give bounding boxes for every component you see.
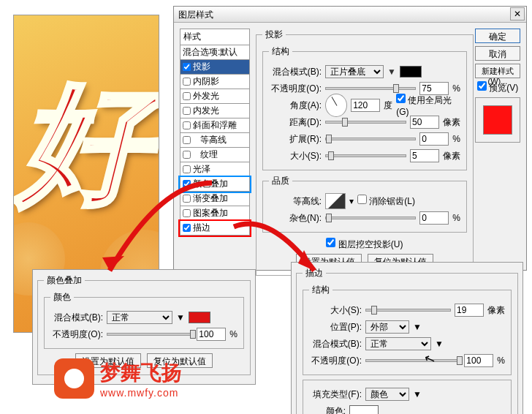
style-checkbox[interactable] xyxy=(183,136,191,144)
spread-slider[interactable] xyxy=(325,138,416,140)
angle-input[interactable] xyxy=(351,99,380,112)
size-slider[interactable] xyxy=(325,154,406,157)
style-label: 等高线 xyxy=(193,134,227,146)
overlay-color-swatch[interactable] xyxy=(189,312,210,323)
stroke-panel: 描边 结构 大小(S): 像素 位置(P): 外部▼ 混合模式(B): 正常▼ … xyxy=(291,262,523,414)
preview-checkbox[interactable]: 预览(V) xyxy=(475,81,520,94)
style-item-2[interactable]: 内阴影 xyxy=(180,75,250,89)
style-checkbox[interactable] xyxy=(183,63,191,71)
style-checkbox[interactable] xyxy=(183,107,191,115)
opacity-slider[interactable] xyxy=(325,87,416,90)
stroke-struct: 结构 xyxy=(309,284,332,296)
style-item-1[interactable]: 投影 xyxy=(180,60,250,75)
stroke-size-slider[interactable] xyxy=(365,309,451,312)
style-checkbox[interactable] xyxy=(183,180,191,188)
style-checkbox[interactable] xyxy=(183,92,191,100)
spread-label: 扩展(R): xyxy=(269,133,322,146)
style-label: 颜色叠加 xyxy=(193,178,228,190)
angle-dial[interactable] xyxy=(325,94,347,117)
style-item-9[interactable]: 颜色叠加 xyxy=(180,177,250,192)
style-label: 外发光 xyxy=(193,90,219,102)
group-title: 投影 xyxy=(262,29,286,41)
distance-label: 距离(D): xyxy=(269,116,322,129)
sample-character: 好 xyxy=(18,56,142,233)
noise-label: 杂色(N): xyxy=(269,212,322,225)
style-item-5[interactable]: 斜面和浮雕 xyxy=(180,118,250,133)
style-item-7[interactable]: 纹理 xyxy=(180,148,250,162)
style-checkbox[interactable] xyxy=(183,195,191,203)
stroke-fill-label: 填充类型(F): xyxy=(309,388,362,401)
shadow-color-swatch[interactable] xyxy=(400,66,422,78)
logo-flower-icon xyxy=(54,358,94,399)
shadow-settings: 投影 结构 混合模式(B): 正片叠底 ▼ 不透明度(O): % 角度(A): xyxy=(256,29,474,264)
overlay-blend-select[interactable]: 正常 xyxy=(107,311,172,324)
opacity-label: 不透明度(O): xyxy=(269,83,322,95)
style-label: 斜面和浮雕 xyxy=(193,119,237,132)
style-checkbox[interactable] xyxy=(183,209,191,217)
style-item-12[interactable]: 描边 xyxy=(180,221,250,236)
distance-input[interactable] xyxy=(410,116,439,129)
stroke-title: 描边 xyxy=(303,267,326,279)
style-item-6[interactable]: 等高线 xyxy=(180,133,250,148)
stroke-color-label: 颜色: xyxy=(309,405,346,415)
stroke-opacity-slider[interactable] xyxy=(365,359,460,362)
angle-label: 角度(A): xyxy=(269,99,322,112)
stroke-blend-label: 混合模式(B): xyxy=(309,338,362,350)
style-checkbox[interactable] xyxy=(183,151,191,159)
style-item-3[interactable]: 外发光 xyxy=(180,89,250,104)
noise-slider[interactable] xyxy=(325,217,416,219)
new-style-button[interactable]: 新建样式(W)... xyxy=(475,64,520,78)
stroke-size-input[interactable] xyxy=(455,304,484,317)
blend-mode-select[interactable]: 正片叠底 xyxy=(325,65,384,78)
styles-list: 样式 混合选项:默认投影内阴影外发光内发光斜面和浮雕等高线纹理光泽颜色叠加渐变叠… xyxy=(180,29,250,264)
stroke-color-swatch[interactable] xyxy=(349,405,379,414)
cancel-button[interactable]: 取消 xyxy=(475,46,520,61)
stroke-size-label: 大小(S): xyxy=(309,304,362,317)
stroke-opacity-input[interactable] xyxy=(464,354,493,367)
style-label: 光泽 xyxy=(193,163,210,176)
style-label: 图案叠加 xyxy=(193,207,228,219)
distance-slider[interactable] xyxy=(325,121,406,124)
close-icon[interactable]: ✕ xyxy=(510,7,525,20)
contour-label: 等高线: xyxy=(269,195,322,208)
knockout-checkbox[interactable]: 图层挖空投影(U) xyxy=(326,238,403,251)
overlay-blend-label: 混合模式(B): xyxy=(50,312,103,324)
overlay-opacity-label: 不透明度(O): xyxy=(50,328,103,341)
overlay-title: 颜色叠加 xyxy=(44,274,85,287)
style-item-4[interactable]: 内发光 xyxy=(180,104,250,118)
overlay-opacity-slider[interactable] xyxy=(107,333,193,336)
global-light-checkbox[interactable]: 使用全局光(G) xyxy=(396,94,460,117)
ok-button[interactable]: 确定 xyxy=(475,29,520,43)
antialias-checkbox[interactable]: 消除锯齿(L) xyxy=(357,195,415,208)
style-label: 描边 xyxy=(193,222,210,234)
stroke-fill-select[interactable]: 颜色 xyxy=(365,388,409,401)
style-label: 混合选项:默认 xyxy=(183,46,238,59)
stroke-opacity-label: 不透明度(O): xyxy=(309,355,362,367)
style-item-11[interactable]: 图案叠加 xyxy=(180,206,250,221)
stroke-blend-select[interactable]: 正常 xyxy=(365,337,431,350)
overlay-opacity-input[interactable] xyxy=(197,328,226,341)
style-checkbox[interactable] xyxy=(183,165,191,173)
layer-style-dialog: 图层样式 ✕ 样式 混合选项:默认投影内阴影外发光内发光斜面和浮雕等高线纹理光泽… xyxy=(173,6,527,271)
style-item-10[interactable]: 渐变叠加 xyxy=(180,192,250,206)
style-label: 投影 xyxy=(193,61,210,73)
dialog-title: 图层样式 xyxy=(178,10,213,20)
style-item-8[interactable]: 光泽 xyxy=(180,162,250,177)
style-checkbox[interactable] xyxy=(183,121,191,129)
stroke-pos-select[interactable]: 外部 xyxy=(365,320,409,334)
contour-picker[interactable] xyxy=(325,193,346,209)
style-label: 内发光 xyxy=(193,105,219,117)
style-label: 内阴影 xyxy=(193,75,219,88)
quality-label: 品质 xyxy=(269,175,292,187)
styles-header: 样式 xyxy=(180,29,250,45)
overlay-color-label: 颜色 xyxy=(50,291,74,304)
size-input[interactable] xyxy=(410,149,439,162)
noise-input[interactable] xyxy=(419,211,449,225)
dialog-buttons: 确定 取消 新建样式(W)... 预览(V) xyxy=(475,29,520,143)
spread-input[interactable] xyxy=(419,132,449,146)
style-checkbox[interactable] xyxy=(183,224,191,232)
style-item-0[interactable]: 混合选项:默认 xyxy=(180,45,250,60)
style-checkbox[interactable] xyxy=(183,78,191,86)
style-label: 纹理 xyxy=(193,148,218,161)
stroke-pos-label: 位置(P): xyxy=(309,321,362,334)
